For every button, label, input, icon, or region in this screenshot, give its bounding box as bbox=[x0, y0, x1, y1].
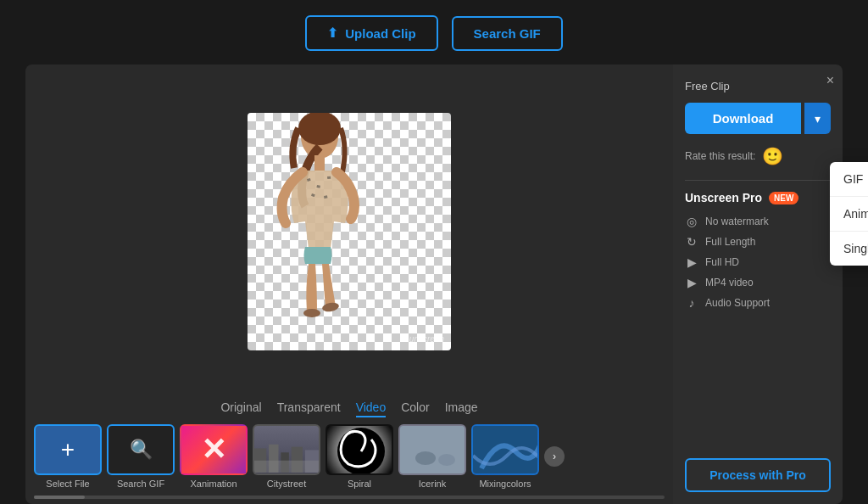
tab-image[interactable]: Image bbox=[445, 399, 478, 417]
ice-svg bbox=[400, 426, 466, 475]
tab-video[interactable]: Video bbox=[356, 399, 387, 417]
search-gif-button[interactable]: Search GIF bbox=[452, 16, 563, 51]
process-with-pro-button[interactable]: Process with Pro bbox=[685, 458, 831, 492]
select-file-label: Select File bbox=[46, 479, 89, 489]
svg-point-8 bbox=[303, 309, 320, 317]
search-gif-thumb[interactable]: 🔍 bbox=[107, 424, 175, 475]
tab-transparent[interactable]: Transparent bbox=[277, 399, 341, 417]
scroll-thumb bbox=[34, 496, 85, 499]
city-svg bbox=[254, 440, 319, 473]
download-button[interactable]: Download bbox=[685, 103, 801, 134]
mix-svg bbox=[473, 426, 539, 475]
scroll-bar[interactable] bbox=[34, 496, 665, 499]
mixingcolors-label: Mixingcolors bbox=[479, 479, 531, 489]
citystreet-bg bbox=[254, 426, 319, 473]
search-gif-label: Search GIF bbox=[117, 479, 164, 489]
feature-label: MP4 video bbox=[705, 277, 754, 288]
svg-rect-5 bbox=[327, 176, 331, 179]
close-button[interactable]: × bbox=[826, 73, 834, 88]
preview-area: unscreen bbox=[34, 73, 665, 390]
main-content: unscreen Original Transparent Video Colo… bbox=[0, 64, 868, 504]
spiral-thumb[interactable] bbox=[326, 424, 393, 475]
feature-full-length: ↻ Full Length bbox=[685, 235, 831, 249]
dropdown-single-frames[interactable]: Single Frames bbox=[830, 232, 868, 266]
svg-rect-15 bbox=[254, 461, 319, 473]
icerink-label: Icerink bbox=[419, 479, 446, 489]
watermark: unscreen bbox=[409, 334, 444, 344]
feature-no-watermark: ◎ No watermark bbox=[685, 215, 831, 228]
no-watermark-icon: ◎ bbox=[685, 215, 698, 228]
spiral-svg bbox=[327, 426, 393, 475]
right-panel: × Free Clip Download ▾ GIF Animated PNG … bbox=[673, 64, 843, 504]
header: ⬆ Upload Clip Search GIF bbox=[0, 0, 868, 64]
mp4-icon: ▶ bbox=[685, 276, 698, 289]
full-length-icon: ↻ bbox=[685, 235, 698, 249]
feature-full-hd: ▶ Full HD bbox=[685, 255, 831, 269]
x-shape-icon: ✕ bbox=[201, 432, 226, 468]
feature-audio: ♪ Audio Support bbox=[685, 296, 831, 310]
rate-label: Rate this result: bbox=[685, 150, 755, 162]
thumb-icerink: Icerink bbox=[398, 424, 466, 489]
mixingcolors-thumb[interactable] bbox=[471, 424, 539, 475]
svg-rect-2 bbox=[314, 155, 325, 171]
thumbnails-next-arrow[interactable]: › bbox=[544, 446, 565, 467]
dropdown-gif[interactable]: GIF bbox=[830, 162, 868, 197]
feature-mp4: ▶ MP4 video bbox=[685, 276, 831, 289]
thumb-spiral: Spiral bbox=[326, 424, 393, 489]
search-thumb-icon: 🔍 bbox=[130, 439, 153, 461]
dropdown-animated-png[interactable]: Animated PNG bbox=[830, 197, 868, 232]
thumb-citystreet: Citystreet bbox=[253, 424, 320, 489]
audio-icon: ♪ bbox=[685, 296, 698, 310]
svg-point-18 bbox=[415, 451, 436, 465]
upload-icon: ⬆ bbox=[327, 25, 338, 41]
citystreet-thumb[interactable] bbox=[253, 424, 320, 475]
pro-section-header: Unscreen Pro NEW bbox=[685, 191, 831, 204]
upload-clip-button[interactable]: ⬆ Upload Clip bbox=[305, 15, 437, 51]
spiral-label: Spiral bbox=[348, 479, 371, 489]
tab-color[interactable]: Color bbox=[401, 399, 429, 417]
download-dropdown-menu: GIF Animated PNG Single Frames bbox=[830, 162, 868, 266]
pro-label: Unscreen Pro bbox=[685, 191, 762, 204]
divider bbox=[685, 180, 831, 181]
feature-label: Full Length bbox=[705, 236, 755, 248]
feature-label: Audio Support bbox=[705, 297, 770, 309]
xanimation-thumb[interactable]: ✕ bbox=[180, 424, 248, 475]
thumbnails-row: + Select File 🔍 Search GIF ✕ Xanimation bbox=[34, 424, 665, 496]
feature-label: No watermark bbox=[705, 216, 769, 227]
citystreet-label: Citystreet bbox=[267, 479, 306, 489]
mixingcolors-bg bbox=[473, 426, 537, 473]
spiral-bg bbox=[327, 426, 392, 473]
new-badge: NEW bbox=[769, 192, 798, 204]
svg-point-9 bbox=[321, 301, 339, 312]
thumb-select-file: + Select File bbox=[34, 424, 102, 489]
svg-rect-17 bbox=[400, 426, 466, 475]
happy-emoji[interactable]: 🙂 bbox=[762, 146, 783, 166]
download-row: Download ▾ bbox=[685, 103, 831, 134]
icerink-thumb[interactable] bbox=[398, 424, 466, 475]
free-clip-label: Free Clip bbox=[685, 80, 831, 92]
tab-original[interactable]: Original bbox=[220, 399, 261, 417]
xanimation-label: Xanimation bbox=[190, 479, 236, 489]
thumb-search-gif: 🔍 Search GIF bbox=[107, 424, 175, 489]
feature-label: Full HD bbox=[705, 256, 739, 268]
left-panel: unscreen Original Transparent Video Colo… bbox=[25, 64, 673, 504]
full-hd-icon: ▶ bbox=[685, 255, 698, 269]
rate-row: Rate this result: 🙂 bbox=[685, 146, 831, 166]
thumb-xanimation: ✕ Xanimation bbox=[180, 424, 248, 489]
download-dropdown-button[interactable]: ▾ bbox=[804, 103, 831, 134]
svg-point-19 bbox=[438, 454, 455, 466]
tabs-row: Original Transparent Video Color Image bbox=[220, 390, 477, 424]
select-file-thumb[interactable]: + bbox=[34, 424, 102, 475]
preview-image: unscreen bbox=[248, 113, 451, 350]
thumb-mixingcolors: Mixingcolors bbox=[471, 424, 539, 489]
search-gif-label: Search GIF bbox=[474, 26, 541, 41]
plus-icon: + bbox=[61, 436, 75, 463]
upload-clip-label: Upload Clip bbox=[345, 26, 415, 41]
icerink-bg bbox=[400, 426, 465, 473]
preview-figure bbox=[248, 113, 383, 333]
